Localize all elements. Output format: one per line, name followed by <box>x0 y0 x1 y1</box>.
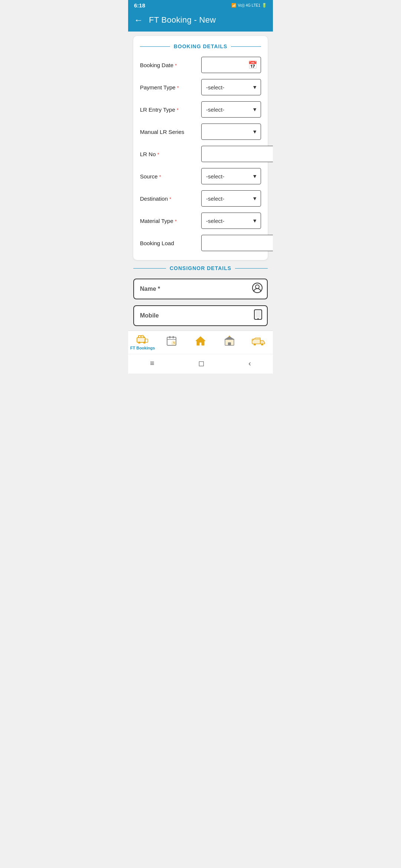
wifi-icon: 📶 <box>231 3 237 8</box>
ft-bookings-label: FT Bookings <box>130 346 155 350</box>
svg-rect-14 <box>173 336 174 338</box>
consignor-line-left <box>133 268 166 269</box>
required-star-2: * <box>177 85 179 91</box>
booking-date-row: Booking Date * 📅 <box>140 57 261 73</box>
booking-date-wrapper: 📅 <box>201 57 261 73</box>
android-nav-bar: ≡ ◻ ‹ <box>128 354 273 374</box>
lr-entry-type-label: LR Entry Type * <box>140 106 198 113</box>
svg-point-4 <box>258 318 259 319</box>
payment-type-label: Payment Type * <box>140 84 198 91</box>
person-icon <box>252 283 263 295</box>
lr-entry-type-row: LR Entry Type * -select- Manual System ▼ <box>140 101 261 118</box>
consignor-name-input[interactable] <box>133 279 268 299</box>
booking-details-card: BOOKING DETAILS Booking Date * 📅 Payment… <box>133 36 268 260</box>
delivery-icon <box>252 336 265 347</box>
svg-marker-24 <box>228 336 231 337</box>
signal-text: Vo)) 4G LTE1 <box>238 3 260 7</box>
warehouse-icon <box>224 336 235 348</box>
consignor-name-wrapper <box>133 279 268 299</box>
nav-item-ft-bookings[interactable]: ⏱ FT Bookings <box>128 334 157 350</box>
android-back-button[interactable]: ‹ <box>241 358 258 369</box>
svg-marker-19 <box>196 336 205 345</box>
payment-type-select[interactable]: -select- Paid To Pay TBB <box>201 79 261 95</box>
nav-item-warehouse[interactable] <box>215 336 244 348</box>
booking-section-header: BOOKING DETAILS <box>140 43 261 49</box>
booking-section-title: BOOKING DETAILS <box>174 43 228 49</box>
svg-marker-21 <box>225 336 234 339</box>
status-icons: 📶 Vo)) 4G LTE1 🔋 <box>231 3 267 8</box>
bottom-nav: ⏱ FT Bookings <box>128 331 273 354</box>
manual-lr-series-row: Manual LR Series ▼ <box>140 124 261 140</box>
home-icon <box>195 336 206 348</box>
booking-load-label: Booking Load <box>140 240 198 246</box>
back-button[interactable]: ← <box>134 16 143 24</box>
lr-no-label: LR No * <box>140 151 198 157</box>
nav-item-schedule[interactable] <box>157 336 186 348</box>
source-select[interactable]: -select- <box>201 168 261 184</box>
section-line-right <box>231 46 261 47</box>
nav-item-home[interactable] <box>186 336 215 348</box>
consignor-section: CONSIGNOR DETAILS <box>133 265 268 326</box>
lr-no-row: LR No * <box>140 146 261 162</box>
payment-type-row: Payment Type * -select- Paid To Pay TBB … <box>140 79 261 95</box>
section-line-left <box>140 46 170 47</box>
schedule-icon <box>166 336 177 348</box>
material-type-select[interactable]: -select- <box>201 213 261 229</box>
required-star: * <box>175 63 177 68</box>
booking-load-row: Booking Load <box>140 235 261 251</box>
required-star-4: * <box>157 152 159 157</box>
booking-load-input[interactable] <box>201 235 273 251</box>
manual-lr-series-label: Manual LR Series <box>140 129 198 135</box>
status-bar: 6:18 📶 Vo)) 4G LTE1 🔋 <box>128 0 273 10</box>
source-row: Source * -select- ▼ <box>140 168 261 184</box>
svg-rect-9 <box>140 336 141 337</box>
svg-rect-13 <box>169 336 170 338</box>
destination-row: Destination * -select- ▼ <box>140 190 261 207</box>
consignor-mobile-input[interactable] <box>133 305 268 326</box>
destination-select[interactable]: -select- <box>201 190 261 207</box>
status-time: 6:18 <box>134 2 145 9</box>
booking-date-input[interactable] <box>201 57 261 73</box>
header: ← FT Booking - New <box>128 10 273 32</box>
material-type-wrapper: -select- ▼ <box>201 213 261 229</box>
material-type-label: Material Type * <box>140 218 198 224</box>
nav-item-delivery[interactable] <box>244 336 273 348</box>
required-star-7: * <box>175 218 177 224</box>
main-content: BOOKING DETAILS Booking Date * 📅 Payment… <box>128 32 273 331</box>
consignor-mobile-wrapper <box>133 305 268 326</box>
svg-rect-5 <box>137 338 145 342</box>
required-star-5: * <box>159 174 161 180</box>
material-type-row: Material Type * -select- ▼ <box>140 213 261 229</box>
lr-no-input[interactable] <box>201 146 273 162</box>
android-menu-button[interactable]: ≡ <box>143 358 162 369</box>
required-star-3: * <box>177 107 179 113</box>
source-label: Source * <box>140 173 198 180</box>
destination-label: Destination * <box>140 195 198 202</box>
payment-type-wrapper: -select- Paid To Pay TBB ▼ <box>201 79 261 95</box>
source-wrapper: -select- ▼ <box>201 168 261 184</box>
svg-rect-22 <box>228 342 231 345</box>
battery-icon: 🔋 <box>262 3 267 8</box>
consignor-line-right <box>235 268 268 269</box>
lr-entry-type-select[interactable]: -select- Manual System <box>201 101 261 118</box>
manual-lr-series-select[interactable] <box>201 124 261 140</box>
booking-date-label: Booking Date * <box>140 62 198 68</box>
ft-bookings-icon: ⏱ <box>137 334 149 345</box>
consignor-section-title: CONSIGNOR DETAILS <box>170 265 231 271</box>
svg-rect-3 <box>255 311 261 318</box>
android-home-button[interactable]: ◻ <box>191 357 212 369</box>
consignor-section-header: CONSIGNOR DETAILS <box>133 265 268 271</box>
svg-text:⏱: ⏱ <box>141 335 144 338</box>
manual-lr-series-wrapper: ▼ <box>201 124 261 140</box>
lr-entry-type-wrapper: -select- Manual System ▼ <box>201 101 261 118</box>
required-star-6: * <box>169 196 171 202</box>
mobile-icon <box>254 309 263 322</box>
page-title: FT Booking - New <box>149 15 216 25</box>
destination-wrapper: -select- ▼ <box>201 190 261 207</box>
